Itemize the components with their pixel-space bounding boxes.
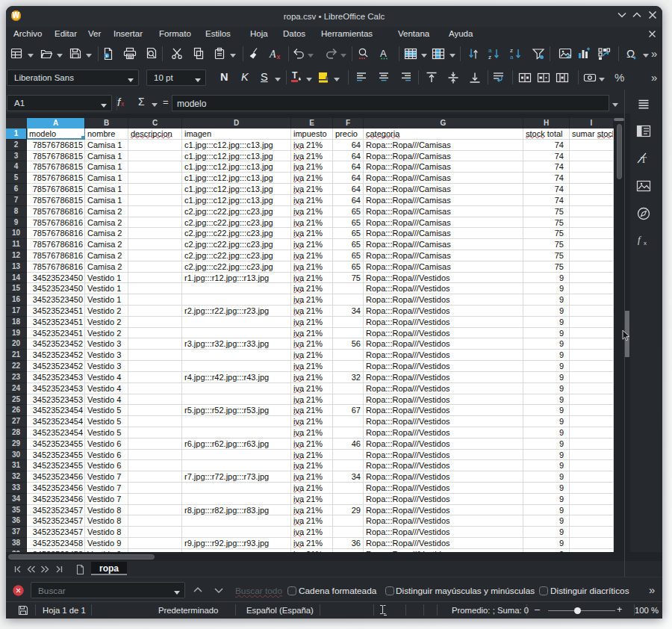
svg-text:T: T (292, 70, 298, 81)
svg-text:T: T (641, 154, 647, 165)
svg-text:z: z (488, 54, 491, 61)
svg-text:x: x (277, 53, 281, 61)
svg-text:f: f (638, 234, 642, 245)
svg-text:A: A (380, 48, 387, 59)
svg-text:a: a (510, 54, 514, 61)
svg-text:A: A (269, 49, 276, 60)
svg-text:x: x (644, 240, 647, 247)
